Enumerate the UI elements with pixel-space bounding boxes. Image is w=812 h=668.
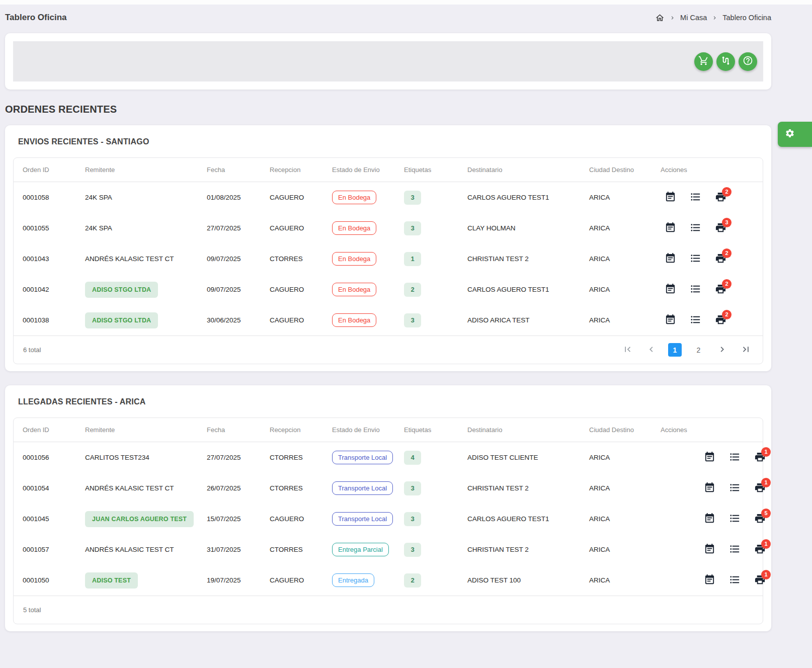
detail-list-button[interactable] — [729, 574, 741, 587]
total-count: 6 total — [23, 346, 41, 354]
breadcrumb-mi-casa[interactable]: Mi Casa — [680, 14, 707, 22]
remitente-badge: JUAN CARLOS AGUERO TEST — [85, 511, 194, 527]
cell-orden-id: 0001054 — [23, 484, 85, 492]
calendar-button[interactable] — [704, 451, 715, 464]
pagination: 12 — [621, 343, 753, 357]
column-header-etiquetas: Etiquetas — [404, 166, 467, 174]
cell-etiquetas: 4 — [404, 451, 467, 465]
status-badge: Entrega Parcial — [332, 543, 389, 556]
first-page-button[interactable] — [621, 343, 634, 357]
print-button[interactable]: 1 — [754, 574, 766, 587]
detail-list-button[interactable] — [690, 283, 701, 296]
list-icon — [729, 574, 741, 587]
home-icon[interactable] — [655, 13, 665, 23]
cell-destinatario: ADISO ARICA TEST — [467, 316, 589, 324]
remitente-badge: ADISO STGO LTDA — [85, 312, 158, 328]
calendar-icon — [704, 574, 715, 587]
settings-tab[interactable] — [778, 122, 812, 147]
table-row: 0001042ADISO STGO LTDA09/07/2025CAGUEROE… — [14, 274, 763, 305]
page-button-2[interactable]: 2 — [692, 343, 705, 357]
list-icon — [690, 191, 701, 204]
print-button[interactable]: 1 — [754, 482, 766, 495]
remitente-text: ANDRÉS KALASIC TEST CT — [85, 484, 174, 492]
print-button[interactable]: 2 — [715, 283, 726, 296]
etiquetas-count-badge: 2 — [404, 283, 421, 297]
detail-list-button[interactable] — [729, 482, 741, 495]
calendar-icon — [704, 513, 715, 526]
print-button[interactable]: 1 — [754, 451, 766, 464]
page-button-1[interactable]: 1 — [668, 343, 682, 357]
detail-list-button[interactable] — [690, 314, 701, 327]
top-strip — [0, 0, 812, 5]
cell-acciones: 1 — [661, 574, 766, 587]
print-button[interactable]: 2 — [715, 314, 726, 327]
cell-fecha: 27/07/2025 — [207, 454, 270, 461]
cell-fecha: 15/07/2025 — [207, 515, 270, 523]
cell-remitente: ANDRÉS KALASIC TEST CT — [85, 255, 207, 263]
cell-ciudad-destino: ARICA — [589, 194, 661, 201]
table-header-row: Orden IDRemitenteFechaRecepcionEstado de… — [14, 418, 763, 442]
route-button[interactable] — [716, 52, 735, 71]
calendar-button[interactable] — [665, 253, 676, 266]
print-count-badge: 3 — [722, 218, 732, 227]
calendar-button[interactable] — [704, 513, 715, 526]
cell-ciudad-destino: ARICA — [589, 576, 661, 584]
calendar-button[interactable] — [704, 482, 715, 495]
calendar-button[interactable] — [665, 314, 676, 327]
detail-list-button[interactable] — [690, 253, 701, 266]
detail-list-button[interactable] — [729, 543, 741, 556]
print-button[interactable]: 5 — [754, 513, 766, 526]
calendar-icon — [665, 314, 676, 327]
cell-recepcion: CAGUERO — [270, 286, 332, 293]
print-button[interactable]: 2 — [715, 191, 726, 204]
table-row: 0001057ANDRÉS KALASIC TEST CT31/07/2025C… — [14, 534, 763, 565]
calendar-button[interactable] — [704, 574, 715, 587]
column-header-ciudad-destino: Ciudad Destino — [589, 426, 661, 434]
cart-button[interactable] — [694, 52, 713, 71]
cell-remitente: ADISO TEST — [85, 572, 207, 589]
cell-destinatario: CARLOS AGUERO TEST1 — [467, 194, 589, 201]
chevron-right-icon — [711, 15, 718, 21]
cell-acciones: 5 — [661, 513, 766, 526]
cell-estado: En Bodega — [332, 221, 404, 235]
remitente-text: CARLITOS TEST234 — [85, 454, 149, 461]
page-title: Tablero Oficina — [5, 13, 67, 23]
print-button[interactable]: 2 — [715, 253, 726, 266]
column-header-orden-id: Orden ID — [23, 426, 85, 434]
calendar-icon — [665, 253, 676, 266]
etiquetas-count-badge: 4 — [404, 451, 421, 465]
cell-ciudad-destino: ARICA — [589, 316, 661, 324]
detail-list-button[interactable] — [729, 451, 741, 464]
calendar-button[interactable] — [665, 191, 676, 204]
print-button[interactable]: 3 — [715, 222, 726, 235]
calendar-button[interactable] — [665, 283, 676, 296]
calendar-button[interactable] — [665, 222, 676, 235]
calendar-button[interactable] — [704, 543, 715, 556]
page: Tablero Oficina Mi Casa Tablero Oficina — [5, 5, 771, 631]
print-button[interactable]: 1 — [754, 543, 766, 556]
detail-list-button[interactable] — [690, 191, 701, 204]
toolbar — [13, 41, 763, 81]
detail-list-button[interactable] — [690, 222, 701, 235]
remitente-badge: ADISO TEST — [85, 572, 138, 589]
previous-page-button[interactable] — [644, 343, 658, 357]
cell-remitente: ADISO STGO LTDA — [85, 312, 207, 328]
list-icon — [690, 222, 701, 235]
cell-acciones: 2 — [661, 253, 763, 266]
list-icon — [729, 451, 741, 464]
cell-fecha: 09/07/2025 — [207, 286, 270, 293]
last-page-button[interactable] — [739, 343, 753, 357]
cell-ciudad-destino: ARICA — [589, 546, 661, 553]
detail-list-button[interactable] — [729, 513, 741, 526]
column-header-fecha: Fecha — [207, 426, 270, 434]
status-badge: En Bodega — [332, 283, 376, 296]
status-badge: En Bodega — [332, 191, 376, 204]
cell-etiquetas: 2 — [404, 573, 467, 588]
cell-orden-id: 0001038 — [23, 316, 85, 324]
cell-acciones: 2 — [661, 283, 763, 296]
next-page-button[interactable] — [715, 343, 729, 357]
cell-acciones: 1 — [661, 543, 766, 556]
table-footer: 6 total 12 — [14, 336, 763, 364]
cell-estado: En Bodega — [332, 252, 404, 266]
help-button[interactable] — [739, 52, 757, 71]
